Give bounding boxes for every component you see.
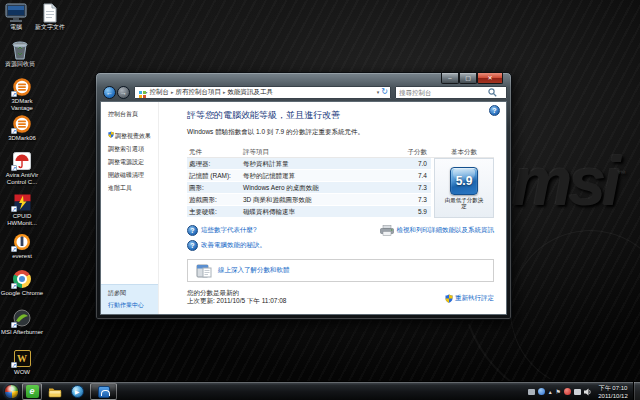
- view-print-link[interactable]: 檢視和列印詳細效能以及系統資訊: [397, 226, 495, 235]
- uac-shield-icon: [445, 289, 453, 307]
- taskbar-item-internet-explorer[interactable]: e: [22, 383, 42, 400]
- desktop-icon-google-chrome[interactable]: ↗ Google Chrome: [0, 269, 44, 297]
- system-tray: ▲ ⚑: [528, 382, 592, 400]
- breadcrumb-control-panel[interactable]: 控制台: [149, 88, 171, 97]
- breadcrumb-all-items[interactable]: 所有控制台項目: [175, 88, 223, 97]
- page-title: 評等您的電腦效能等級，並且進行改善: [187, 109, 494, 122]
- tray-network-icon[interactable]: [574, 389, 581, 395]
- 3dmark-icon: ↗: [11, 114, 33, 134]
- afterburner-jet-icon: ↗: [11, 308, 33, 328]
- search-input[interactable]: [396, 89, 488, 96]
- media-player-icon: ▶: [71, 385, 84, 398]
- tray-update-icon[interactable]: [538, 388, 545, 395]
- wei-score-table: 元件 評等項目 子分數 基本分數 處理器: 每秒資料計算量 7.0: [187, 146, 494, 218]
- table-row-memory: 記憶體 (RAM): 每秒的記憶體運算 7.4: [187, 170, 431, 182]
- sidebar-item-adjust-power[interactable]: 調整電源設定: [101, 156, 158, 169]
- base-score-cell: 5.9 由最低子分數決定: [434, 158, 494, 218]
- desktop-icon-cpuid-hwmonitor[interactable]: ↗ CPUID HWMonit...: [0, 192, 44, 227]
- tips-link[interactable]: 改善電腦效能的秘訣。: [201, 241, 266, 250]
- sidebar-item-adjust-visual-effects[interactable]: 調整視覺效果: [101, 129, 158, 143]
- rerun-assessment-link[interactable]: 重新執行評定: [455, 294, 494, 303]
- sidebar-item-control-panel-home[interactable]: 控制台首頁: [101, 108, 158, 121]
- taskbar-item-explorer[interactable]: [46, 383, 64, 400]
- forward-button[interactable]: →: [117, 86, 130, 99]
- search-icon[interactable]: [488, 88, 497, 97]
- sidebar: 控制台首頁 調整視覺效果 調整索引選項 調整電源設定 開啟磁碟清理 進階工具 請…: [101, 102, 159, 314]
- internet-explorer-icon: e: [26, 385, 39, 398]
- control-panel-icon: [139, 91, 142, 94]
- chrome-icon: ↗: [11, 269, 33, 289]
- everest-lighthouse-icon: ↗: [11, 232, 33, 252]
- window-client-area: 控制台首頁 調整視覺效果 調整索引選項 調整電源設定 開啟磁碟清理 進階工具 請…: [100, 101, 507, 315]
- table-row-primary-disk: 主要硬碟: 磁碟資料傳輸速率 5.9: [187, 206, 431, 218]
- taskbar: e ▶ ▲ ⚑ 下午 07:10 2011/10/12: [0, 381, 640, 400]
- show-desktop-button[interactable]: [633, 382, 640, 400]
- numbers-meaning-row: ? 這些數字代表什麼?: [187, 225, 257, 236]
- base-score-note: 由最低子分數決定: [443, 197, 485, 209]
- desktop-icon-new-text-document[interactable]: 新文字文件: [28, 3, 72, 31]
- taskbar-item-media-player[interactable]: ▶: [68, 383, 86, 400]
- desktop-icon-computer[interactable]: 電腦: [1, 3, 31, 31]
- desktop-icon-msi-afterburner[interactable]: ↗ MSI Afterburner: [0, 308, 44, 336]
- sidebar-item-adjust-indexing[interactable]: 調整索引選項: [101, 143, 158, 156]
- breadcrumb: ▸ 控制台 ▸ 所有控制台項目 ▸ 效能資訊及工具 ▾ ↻: [134, 86, 391, 99]
- help-icon[interactable]: ?: [489, 105, 500, 116]
- minimize-button[interactable]: –: [441, 73, 459, 84]
- question-icon: ?: [187, 240, 198, 251]
- last-update-text: 上次更新: 2011/10/5 下午 11:07:08: [187, 297, 286, 305]
- col-component: 元件: [187, 146, 243, 157]
- desktop: msi™ 電腦 新文字文件 資源回收筒 ↗ 3DMark Vantage ↗ 3…: [0, 0, 640, 400]
- score-status: 您的分數是最新的 上次更新: 2011/10/5 下午 11:07:08: [187, 289, 286, 305]
- tray-device-icon[interactable]: [528, 389, 535, 395]
- desktop-icon-everest[interactable]: ↗ everest: [0, 232, 44, 260]
- desktop-icon-recycle-bin[interactable]: 資源回收筒: [0, 40, 40, 68]
- software-box-icon: [196, 263, 212, 278]
- desktop-icon-avira[interactable]: ↗ Avira AntiVir Control C...: [0, 151, 44, 186]
- see-also-panel: 請參閱 行動作業中心: [101, 284, 158, 314]
- start-button[interactable]: [4, 384, 19, 399]
- sidebar-item-advanced-tools[interactable]: 進階工具: [101, 182, 158, 195]
- table-row-gaming-graphics: 遊戲圖形: 3D 商業和遊戲圖形效能 7.3: [187, 194, 431, 206]
- maximize-button[interactable]: ▢: [459, 73, 477, 84]
- col-subscore: 子分數: [397, 146, 431, 157]
- back-button[interactable]: ←: [103, 86, 116, 99]
- sidebar-item-disk-cleanup[interactable]: 開啟磁碟清理: [101, 169, 158, 182]
- shortcut-arrow-icon: ↗: [11, 91, 17, 97]
- taskbar-clock[interactable]: 下午 07:10 2011/10/12: [594, 384, 632, 400]
- history-dropdown-icon[interactable]: ▾: [377, 89, 380, 95]
- rerun-row: 重新執行評定: [445, 289, 494, 307]
- refresh-icon[interactable]: ↻: [381, 88, 388, 96]
- shortcut-arrow-icon: ↗: [11, 165, 17, 171]
- window-controls: – ▢ ✕: [441, 73, 503, 84]
- learn-online-box: 線上深入了解分數和軟體: [187, 259, 494, 282]
- see-also-header: 請參閱: [108, 289, 158, 298]
- close-button[interactable]: ✕: [477, 73, 503, 84]
- performance-window-icon: [98, 386, 110, 398]
- shortcut-arrow-icon: ↗: [11, 128, 17, 134]
- numbers-meaning-link[interactable]: 這些數字代表什麼?: [201, 226, 257, 235]
- desktop-icon-3dmark06[interactable]: ↗ 3DMark06: [0, 114, 44, 142]
- action-center-flag-icon[interactable]: ⚑: [556, 389, 561, 395]
- desktop-icon-3dmark-vantage[interactable]: ↗ 3DMark Vantage: [0, 77, 44, 112]
- breadcrumb-performance-tools[interactable]: 效能資訊及工具: [227, 88, 275, 97]
- desktop-icon-wow[interactable]: W ↗ WOW: [0, 348, 44, 376]
- page-subtitle: Windows 體驗指數會以 1.0 到 7.9 的分數評定重要系統元件。: [187, 128, 494, 137]
- volume-icon[interactable]: [584, 388, 592, 396]
- 3dmark-icon: ↗: [11, 77, 33, 97]
- folder-icon: [48, 386, 62, 398]
- msi-watermark: msi™: [512, 140, 626, 215]
- view-print-row: 檢視和列印詳細效能以及系統資訊: [380, 225, 495, 236]
- table-row-processor: 處理器: 每秒資料計算量 7.0: [187, 158, 431, 170]
- wow-icon: W ↗: [11, 348, 33, 368]
- navigation-bar: ← → ▸ 控制台 ▸ 所有控制台項目 ▸ 效能資訊及工具 ▾ ↻: [100, 83, 507, 101]
- show-hidden-icons[interactable]: ▲: [548, 389, 553, 395]
- col-base-score: 基本分數: [434, 146, 494, 157]
- learn-online-link[interactable]: 線上深入了解分數和軟體: [218, 266, 290, 275]
- clock-time: 下午 07:10: [594, 384, 632, 392]
- tray-antivirus-icon[interactable]: [564, 388, 571, 395]
- taskbar-item-performance-window[interactable]: [90, 383, 117, 400]
- cpuid-icon: ↗: [11, 192, 33, 212]
- shortcut-arrow-icon: ↗: [11, 362, 17, 368]
- shortcut-arrow-icon: ↗: [11, 322, 17, 328]
- action-center-link[interactable]: 行動作業中心: [108, 301, 158, 310]
